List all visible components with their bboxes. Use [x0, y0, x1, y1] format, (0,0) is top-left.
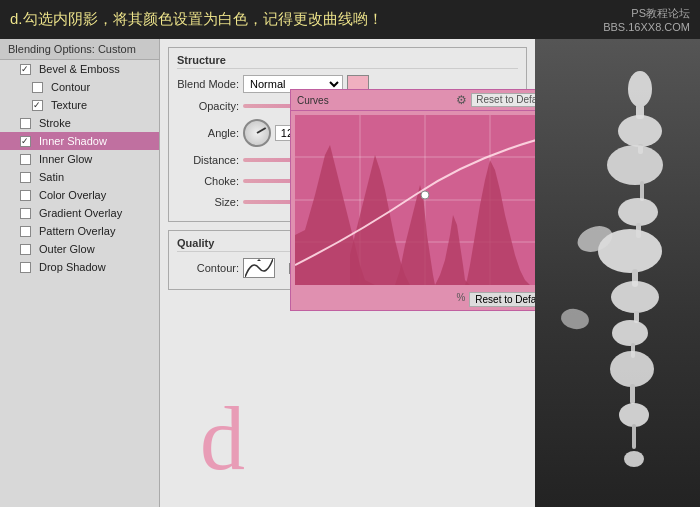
- style-item-inner-shadow[interactable]: Inner Shadow: [0, 132, 159, 150]
- banner-text: d.勾选内阴影，将其颜色设置为白色，记得更改曲线哟！: [10, 10, 383, 29]
- curve-editor[interactable]: Curves ⚙ Reset to Default: [290, 89, 535, 311]
- style-item-contour[interactable]: Contour: [0, 78, 159, 96]
- choke-label: Choke:: [177, 175, 239, 187]
- main-layout: Blending Options: Custom Bevel & Emboss …: [0, 39, 700, 507]
- style-item-outer-glow[interactable]: Outer Glow: [0, 240, 159, 258]
- svg-point-15: [618, 115, 662, 147]
- checkbox-color-overlay[interactable]: [20, 190, 31, 201]
- checkbox-texture[interactable]: [32, 100, 43, 111]
- curve-gear-icon[interactable]: ⚙: [456, 93, 467, 107]
- default-button[interactable]: Reset to Default: [469, 292, 535, 307]
- top-banner: d.勾选内阴影，将其颜色设置为白色，记得更改曲线哟！ PS教程论坛 BBS.16…: [0, 0, 700, 39]
- size-label: Size:: [177, 196, 239, 208]
- blend-mode-label: Blend Mode:: [177, 78, 239, 90]
- svg-rect-18: [640, 181, 644, 201]
- watermark: PS教程论坛 BBS.16XX8.COM: [603, 6, 690, 33]
- style-item-drop-shadow[interactable]: Drop Shadow: [0, 258, 159, 276]
- svg-point-12: [421, 191, 429, 199]
- reset-default-button[interactable]: Reset to Default: [471, 93, 535, 107]
- style-label-satin: Satin: [39, 171, 64, 183]
- checkbox-drop-shadow[interactable]: [20, 262, 31, 273]
- opacity-label: Opacity:: [177, 100, 239, 112]
- style-item-texture[interactable]: Texture: [0, 96, 159, 114]
- style-label-color-overlay: Color Overlay: [39, 189, 106, 201]
- panel-title: Blending Options: Custom: [0, 39, 159, 60]
- svg-point-23: [611, 281, 659, 313]
- angle-dial[interactable]: [243, 119, 271, 147]
- left-panel: Blending Options: Custom Bevel & Emboss …: [0, 39, 160, 507]
- svg-marker-11: [465, 160, 535, 285]
- style-label-inner-shadow: Inner Shadow: [39, 135, 107, 147]
- svg-marker-10: [435, 215, 470, 285]
- svg-point-27: [610, 351, 654, 387]
- distance-label: Distance:: [177, 154, 239, 166]
- opacity-pct-label: %: [456, 292, 465, 307]
- checkbox-contour[interactable]: [32, 82, 43, 93]
- style-item-pattern-overlay[interactable]: Pattern Overlay: [0, 222, 159, 240]
- style-label-inner-glow: Inner Glow: [39, 153, 92, 165]
- svg-rect-28: [630, 384, 635, 404]
- style-label-pattern-overlay: Pattern Overlay: [39, 225, 115, 237]
- style-item-satin[interactable]: Satin: [0, 168, 159, 186]
- style-label-bevel-emboss: Bevel & Emboss: [39, 63, 120, 75]
- checkbox-inner-glow[interactable]: [20, 154, 31, 165]
- style-item-inner-glow[interactable]: Inner Glow: [0, 150, 159, 168]
- svg-point-19: [618, 198, 658, 226]
- checkbox-gradient-overlay[interactable]: [20, 208, 31, 219]
- letter-d: d: [200, 394, 245, 484]
- checkbox-pattern-overlay[interactable]: [20, 226, 31, 237]
- style-label-outer-glow: Outer Glow: [39, 243, 95, 255]
- style-label-gradient-overlay: Gradient Overlay: [39, 207, 122, 219]
- svg-point-13: [628, 71, 652, 107]
- curve-canvas[interactable]: [295, 115, 535, 285]
- style-item-color-overlay[interactable]: Color Overlay: [0, 186, 159, 204]
- style-label-stroke: Stroke: [39, 117, 71, 129]
- structure-label: Structure: [177, 54, 518, 69]
- svg-rect-30: [632, 424, 636, 449]
- right-panel: [535, 39, 700, 507]
- contour-preview[interactable]: [243, 258, 275, 278]
- checkbox-outer-glow[interactable]: [20, 244, 31, 255]
- checkbox-stroke[interactable]: [20, 118, 31, 129]
- checkbox-bevel-emboss[interactable]: [20, 64, 31, 75]
- svg-point-25: [612, 320, 648, 346]
- style-item-gradient-overlay[interactable]: Gradient Overlay: [0, 204, 159, 222]
- angle-label: Angle:: [177, 127, 239, 139]
- curve-editor-controls: ⚙ Reset to Default: [456, 93, 535, 107]
- checkbox-inner-shadow[interactable]: [20, 136, 31, 147]
- style-item-bevel-emboss[interactable]: Bevel & Emboss: [0, 60, 159, 78]
- svg-marker-0: [257, 259, 261, 261]
- style-label-drop-shadow: Drop Shadow: [39, 261, 106, 273]
- svg-point-17: [607, 145, 663, 185]
- svg-point-29: [619, 403, 649, 427]
- curve-editor-title: Curves: [297, 95, 329, 106]
- style-item-stroke[interactable]: Stroke: [0, 114, 159, 132]
- curve-editor-bottom: % Reset to Default: [291, 289, 535, 310]
- contour-label: Contour:: [177, 262, 239, 274]
- splash-image: [535, 39, 700, 507]
- center-panel: Structure Blend Mode: Normal Multiply Sc…: [160, 39, 535, 507]
- checkbox-satin[interactable]: [20, 172, 31, 183]
- svg-point-31: [624, 451, 644, 467]
- svg-point-33: [559, 307, 590, 332]
- style-label-contour: Contour: [51, 81, 90, 93]
- style-label-texture: Texture: [51, 99, 87, 111]
